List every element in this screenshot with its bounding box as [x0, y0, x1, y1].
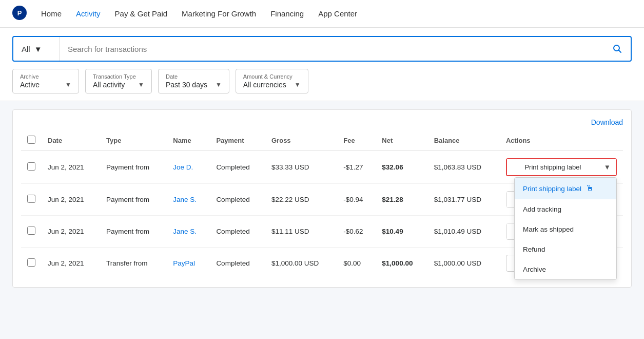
row-net: $21.28 — [376, 184, 427, 216]
row-net: $10.49 — [376, 216, 427, 248]
name-link[interactable]: Jane S. — [173, 228, 197, 235]
row-date: Jun 2, 2021 — [42, 184, 100, 216]
row-type: Transfer from — [100, 248, 167, 279]
nav-link-financing[interactable]: Financing — [270, 7, 304, 20]
header-fee: Fee — [337, 130, 376, 151]
row-type: Payment from — [100, 184, 167, 216]
row-checkbox-cell — [21, 248, 42, 279]
action-dropdown-group: Print shipping label ▼ — [506, 158, 617, 176]
filter-amount-currency[interactable]: Amount & Currency All currencies ▼ — [236, 69, 308, 93]
select-all-checkbox[interactable] — [27, 136, 35, 144]
row-gross: $22.22 USD — [265, 184, 337, 216]
row-name: Joe D. — [167, 151, 210, 184]
row-fee: -$1.27 — [337, 151, 376, 184]
row-date: Jun 2, 2021 — [42, 248, 100, 279]
dropdown-item-mark-shipped[interactable]: Mark as shipped — [515, 219, 616, 239]
row-gross: $11.11 USD — [265, 216, 337, 248]
filter-bar: Archive Active ▼ Transaction Type All ac… — [0, 62, 644, 101]
row-payment: Completed — [210, 248, 265, 279]
filter-date-chevron: ▼ — [216, 81, 222, 88]
paypal-logo: P — [12, 6, 27, 22]
download-link[interactable]: Download — [591, 118, 623, 126]
row-checkbox-cell — [21, 151, 42, 184]
download-row: Download — [21, 118, 623, 126]
name-link[interactable]: Jane S. — [173, 196, 197, 203]
nav-link-home[interactable]: Home — [41, 7, 62, 20]
row-checkbox-cell — [21, 216, 42, 248]
row-checkbox[interactable] — [27, 227, 35, 235]
header-name: Name — [167, 130, 210, 151]
search-input[interactable] — [60, 37, 604, 61]
row-name: PayPal — [167, 248, 210, 279]
filter-transaction-label: Transaction Type — [93, 73, 144, 80]
row-fee: $0.00 — [337, 248, 376, 279]
header-net: Net — [376, 130, 427, 151]
search-type-chevron: ▼ — [34, 45, 42, 53]
filter-archive-value: Active — [20, 81, 40, 89]
row-date: Jun 2, 2021 — [42, 151, 100, 184]
main-content: Download Date Type Name Payment Gross Fe… — [0, 101, 644, 296]
row-fee: -$0.62 — [337, 216, 376, 248]
row-net: $1,000.00 — [376, 248, 427, 279]
row-checkbox[interactable] — [27, 195, 35, 203]
row-date: Jun 2, 2021 — [42, 216, 100, 248]
nav-link-app-center[interactable]: App Center — [318, 7, 357, 20]
search-button[interactable] — [604, 44, 631, 54]
filter-archive-label: Archive — [20, 73, 71, 80]
row-gross: $33.33 USD — [265, 151, 337, 184]
row-balance: $1,031.77 USD — [428, 184, 500, 216]
row-payment: Completed — [210, 216, 265, 248]
filter-archive-chevron: ▼ — [65, 81, 71, 88]
action-dropdown-menu: Print shipping label 🖱 Add tracking Mark… — [514, 177, 617, 280]
nav-link-activity[interactable]: Activity — [76, 7, 101, 20]
filter-amount-chevron: ▼ — [295, 81, 301, 88]
cursor-icon: 🖱 — [586, 184, 594, 193]
row-name: Jane S. — [167, 184, 210, 216]
table-header-row: Date Type Name Payment Gross Fee Net Bal… — [21, 130, 623, 151]
header-type: Type — [100, 130, 167, 151]
row-checkbox-cell — [21, 184, 42, 216]
dropdown-item-print-shipping[interactable]: Print shipping label 🖱 — [515, 178, 616, 199]
header-checkbox-cell — [21, 130, 42, 151]
dropdown-item-add-tracking[interactable]: Add tracking — [515, 199, 616, 219]
table-row: Jun 2, 2021 Payment from Joe D. Complete… — [21, 151, 623, 184]
row-actions: Print shipping label ▼ Print shipping la… — [500, 151, 623, 184]
nav-link-pay-get-paid[interactable]: Pay & Get Paid — [115, 7, 168, 20]
row-type: Payment from — [100, 151, 167, 184]
search-section: All ▼ — [0, 28, 644, 62]
row-balance: $1,010.49 USD — [428, 216, 500, 248]
filter-amount-value: All currencies — [243, 81, 286, 89]
action-expand-button[interactable]: ▼ — [599, 159, 616, 175]
header-gross: Gross — [265, 130, 337, 151]
row-payment: Completed — [210, 151, 265, 184]
row-payment: Completed — [210, 184, 265, 216]
search-type-dropdown[interactable]: All ▼ — [13, 37, 60, 61]
row-name: Jane S. — [167, 216, 210, 248]
table-container: Download Date Type Name Payment Gross Fe… — [12, 109, 632, 288]
row-balance: $1,063.83 USD — [428, 151, 500, 184]
name-link[interactable]: PayPal — [173, 259, 195, 267]
action-main-button[interactable]: Print shipping label — [507, 159, 599, 175]
row-checkbox[interactable] — [27, 258, 35, 267]
filter-date-label: Date — [166, 73, 222, 80]
header-balance: Balance — [428, 130, 500, 151]
row-gross: $1,000.00 USD — [265, 248, 337, 279]
transactions-table: Date Type Name Payment Gross Fee Net Bal… — [21, 130, 623, 279]
filter-date[interactable]: Date Past 30 days ▼ — [158, 69, 229, 93]
nav-links: Home Activity Pay & Get Paid Marketing F… — [41, 7, 357, 20]
filter-archive[interactable]: Archive Active ▼ — [12, 69, 79, 93]
name-link[interactable]: Joe D. — [173, 163, 193, 171]
header-payment: Payment — [210, 130, 265, 151]
header-date: Date — [42, 130, 100, 151]
row-checkbox[interactable] — [27, 162, 35, 171]
header-actions: Actions — [500, 130, 623, 151]
nav-link-marketing[interactable]: Marketing For Growth — [182, 7, 256, 20]
dropdown-item-refund[interactable]: Refund — [515, 239, 616, 259]
filter-transaction-chevron: ▼ — [138, 81, 144, 88]
search-type-value: All — [22, 45, 30, 53]
row-type: Payment from — [100, 216, 167, 248]
search-bar: All ▼ — [12, 36, 632, 62]
dropdown-item-archive[interactable]: Archive — [515, 259, 616, 279]
filter-transaction-type[interactable]: Transaction Type All activity ▼ — [85, 69, 152, 93]
navbar: P Home Activity Pay & Get Paid Marketing… — [0, 0, 644, 28]
